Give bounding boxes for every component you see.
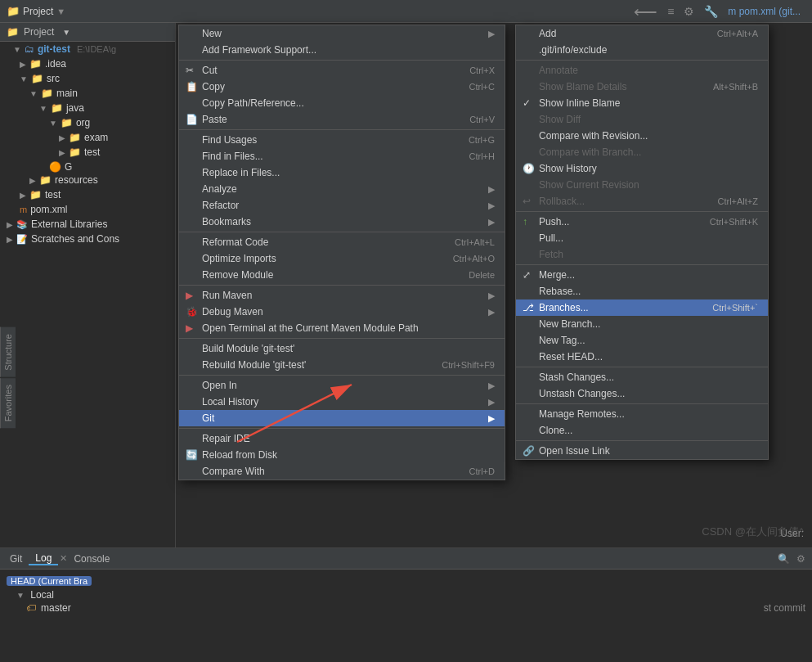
tree-item-test[interactable]: ▶ 📁 test [0, 145, 175, 160]
folder-icon: 📁 [69, 132, 81, 143]
side-tab-structure[interactable]: Structure [0, 327, 16, 377]
menu-item-rebuild-module[interactable]: Rebuild Module 'git-test' Ctrl+Shift+F9 [179, 357, 505, 373]
git-menu-branches[interactable]: ⎇ Branches... Ctrl+Shift+` [516, 299, 768, 316]
separator-7 [179, 428, 505, 429]
menu-item-git[interactable]: Git ▶ [179, 410, 505, 426]
menu-item-debug-maven[interactable]: 🐞 Debug Maven ▶ [179, 304, 505, 320]
menu-item-find-in-files[interactable]: Find in Files... Ctrl+H [179, 148, 505, 164]
menu-item-open-terminal-maven[interactable]: ▶ Open Terminal at the Current Maven Mod… [179, 320, 505, 336]
menu-item-reload-from-disk[interactable]: 🔄 Reload from Disk [179, 447, 505, 463]
git-log-search-icon[interactable]: 🔍 [774, 553, 793, 565]
git-label-new-branch: New Branch... [539, 318, 600, 330]
dropdown-arrow[interactable]: ▼ [56, 7, 65, 16]
tree-label: src [47, 73, 60, 84]
shortcut-find-in-files: Ctrl+H [453, 151, 495, 161]
git-tab-log[interactable]: Log [29, 552, 58, 565]
menu-label-local-history: Local History [202, 396, 258, 408]
tree-item-test2[interactable]: ▶ 📁 test [0, 187, 175, 202]
debug-maven-icon: 🐞 [186, 306, 198, 317]
git-menu-merge[interactable]: ⤢ Merge... [516, 267, 768, 283]
menu-item-repair-ide[interactable]: Repair IDE [179, 430, 505, 447]
git-menu-rebase[interactable]: Rebase... [516, 283, 768, 299]
menu-item-new[interactable]: New ▶ [179, 25, 505, 42]
project-folder-icon: 🗂 [25, 43, 34, 55]
git-label-annotate: Annotate [539, 65, 578, 76]
project-dropdown[interactable]: ▼ [62, 28, 70, 37]
menu-label-bookmarks: Bookmarks [202, 216, 251, 227]
git-menu-show-history[interactable]: 🕐 Show History [516, 160, 768, 177]
menu-item-cut[interactable]: ✂ Cut Ctrl+X [179, 62, 505, 79]
rollback-icon: ↩ [523, 196, 531, 207]
git-log-close[interactable]: ✕ [60, 553, 67, 564]
menu-item-add-framework[interactable]: Add Framework Support... [179, 42, 505, 58]
menu-item-run-maven[interactable]: ▶ Run Maven ▶ [179, 287, 505, 304]
tree-label-pom: pom.xml [30, 204, 67, 215]
toolbar-icon-1[interactable]: ⟵ [634, 2, 657, 21]
git-menu-clone[interactable]: Clone... [516, 422, 768, 439]
menu-item-analyze[interactable]: Analyze ▶ [179, 181, 505, 197]
tree-item-idea[interactable]: ▶ 📁 .idea [0, 56, 175, 71]
tree-item-g[interactable]: 🟠 G [0, 160, 175, 173]
menu-label-new: New [202, 28, 222, 39]
git-menu-add[interactable]: Add Ctrl+Alt+A [516, 25, 768, 42]
git-menu-new-branch[interactable]: New Branch... [516, 316, 768, 332]
menu-label-open-in: Open In [202, 380, 237, 391]
git-menu-open-issue[interactable]: 🔗 Open Issue Link [516, 443, 768, 459]
tree-item-scratches[interactable]: ▶ 📝 Scratches and Cons [0, 232, 175, 246]
toolbar-icon-2[interactable]: ≡ [667, 5, 674, 18]
menu-item-remove-module[interactable]: Remove Module Delete [179, 267, 505, 283]
tree-item-pom[interactable]: m pom.xml [0, 202, 175, 217]
menu-item-build-module[interactable]: Build Module 'git-test' [179, 340, 505, 357]
tree-item-java[interactable]: ▼ 📁 java [0, 101, 175, 115]
menu-item-open-in[interactable]: Open In ▶ [179, 377, 505, 394]
toolbar-icon-3[interactable]: ⚙ [684, 5, 694, 18]
submenu-arrow-bookmarks: ▶ [488, 217, 495, 227]
git-menu-compare-revision[interactable]: Compare with Revision... [516, 128, 768, 144]
tree-item-exam[interactable]: ▶ 📁 exam [0, 130, 175, 145]
toolbar-icon-4[interactable]: 🔧 [704, 5, 718, 18]
project-label: Project [23, 6, 53, 17]
git-menu-pull[interactable]: Pull... [516, 230, 768, 246]
master-label: master [41, 602, 71, 614]
menu-item-optimize-imports[interactable]: Optimize Imports Ctrl+Alt+O [179, 250, 505, 267]
git-menu-new-tag[interactable]: New Tag... [516, 332, 768, 349]
tree-item-external[interactable]: ▶ 📚 External Libraries [0, 217, 175, 232]
menu-item-bookmarks[interactable]: Bookmarks ▶ [179, 214, 505, 230]
menu-item-copy[interactable]: 📋 Copy Ctrl+C [179, 79, 505, 95]
git-menu-reset-head[interactable]: Reset HEAD... [516, 349, 768, 365]
terminal-maven-icon: ▶ [186, 322, 193, 334]
git-tab-console[interactable]: Console [67, 553, 116, 565]
menu-item-paste[interactable]: 📄 Paste Ctrl+V [179, 111, 505, 128]
git-menu-unstash[interactable]: Unstash Changes... [516, 385, 768, 402]
git-label-compare-branch: Compare with Branch... [539, 146, 641, 158]
tree-item-resources[interactable]: ▶ 📁 resources [0, 173, 175, 187]
tree-label-git-test: git-test [38, 43, 70, 55]
menu-item-replace-in-files[interactable]: Replace in Files... [179, 164, 505, 181]
git-label-unstash: Unstash Changes... [539, 388, 625, 399]
tree-item-main[interactable]: ▼ 📁 main [0, 86, 175, 101]
git-menu-manage-remotes[interactable]: Manage Remotes... [516, 406, 768, 422]
menu-label-git: Git [202, 412, 214, 424]
menu-item-local-history[interactable]: Local History ▶ [179, 394, 505, 410]
shortcut-blame: Alt+Shift+B [697, 82, 758, 92]
git-menu-inline-blame[interactable]: ✓ Show Inline Blame [516, 95, 768, 111]
menu-item-refactor[interactable]: Refactor ▶ [179, 197, 505, 214]
git-tab-git[interactable]: Git [3, 553, 29, 565]
tree-item-src[interactable]: ▼ 📁 src [0, 71, 175, 86]
git-menu-exclude[interactable]: .git/info/exclude [516, 42, 768, 58]
shortcut-paste: Ctrl+V [453, 115, 495, 124]
side-tab-favorites[interactable]: Favorites [0, 378, 16, 428]
tree-arrow: ▼ [39, 104, 47, 113]
menu-item-copy-path[interactable]: Copy Path/Reference... [179, 95, 505, 111]
folder-icon: 📁 [69, 146, 81, 158]
git-log-settings-icon[interactable]: ⚙ [793, 553, 809, 565]
menu-item-reformat[interactable]: Reformat Code Ctrl+Alt+L [179, 234, 505, 250]
git-menu-stash[interactable]: Stash Changes... [516, 369, 768, 385]
tree-item-org[interactable]: ▼ 📁 org [0, 115, 175, 130]
menu-label-build-module: Build Module 'git-test' [202, 343, 294, 354]
tree-item-git-test[interactable]: ▼ 🗂 git-test E:\IDEA\g [0, 42, 175, 56]
menu-item-compare-with[interactable]: Compare With Ctrl+D [179, 463, 505, 480]
git-label-inline-blame: Show Inline Blame [539, 97, 620, 109]
menu-item-find-usages[interactable]: Find Usages Ctrl+G [179, 132, 505, 148]
git-menu-push[interactable]: ↑ Push... Ctrl+Shift+K [516, 214, 768, 230]
